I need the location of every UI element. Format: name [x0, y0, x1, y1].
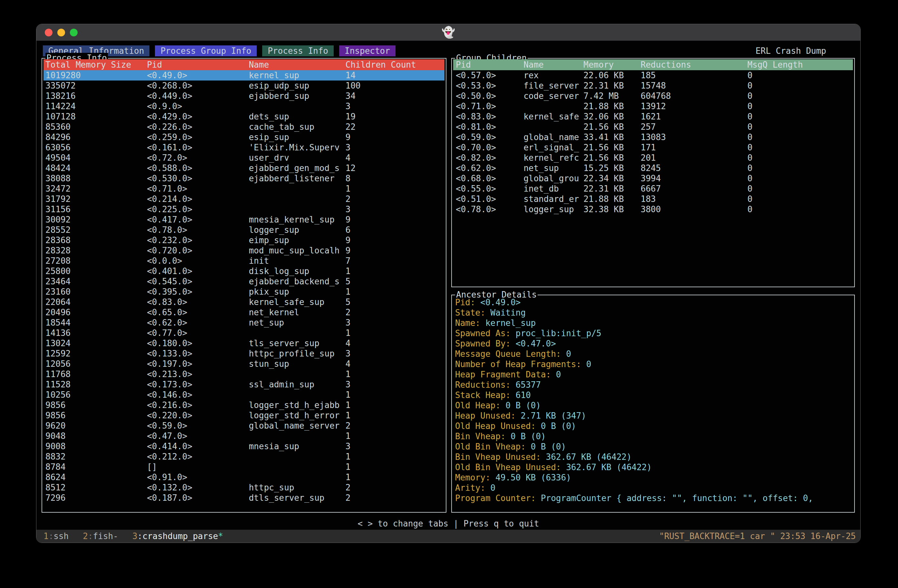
- process-row[interactable]: 138216<0.449.0>ejabberd_sup34: [43, 91, 444, 101]
- tmux-window-list: 1:ssh2:fish-3:crashdump_parse*: [43, 530, 237, 543]
- process-row[interactable]: 8624<0.91.0>1: [43, 472, 444, 482]
- process-row[interactable]: 13024<0.180.0>tls_server_sup4: [43, 338, 444, 349]
- process-row[interactable]: 84296<0.259.0>esip_sup9: [43, 132, 444, 142]
- minimize-window-button[interactable]: [57, 29, 65, 36]
- group-child-row-cell: 0: [747, 70, 752, 80]
- process-row-cell: 30092: [45, 215, 71, 225]
- process-row-cell: esip_udp_sup: [249, 80, 309, 91]
- group-child-row-cell: kernel_refc: [523, 153, 579, 163]
- process-row[interactable]: 10256<0.146.0>1: [43, 390, 444, 400]
- process-row-cell: 3: [345, 441, 351, 451]
- process-row[interactable]: 28368<0.232.0>eimp_sup9: [43, 235, 444, 246]
- process-row[interactable]: 12056<0.197.0>stun_sup4: [43, 359, 444, 369]
- close-window-button[interactable]: [45, 29, 52, 36]
- process-row[interactable]: 23464<0.545.0>ejabberd_backend_s5: [43, 276, 444, 287]
- ancestor-detail-value: proc_lib:init_p/5: [516, 329, 601, 338]
- process-row[interactable]: 8832<0.212.0>1: [43, 451, 444, 462]
- process-row[interactable]: 48424<0.588.0>ejabberd_gen_mod_s12: [43, 163, 444, 173]
- process-row[interactable]: 107128<0.429.0>dets_sup19: [43, 111, 444, 122]
- process-row-cell: <0.588.0>: [147, 163, 192, 173]
- process-row[interactable]: 335072<0.268.0>esip_udp_sup100: [43, 80, 444, 91]
- process-row[interactable]: 49504<0.72.0>user_drv4: [43, 153, 444, 163]
- group-child-row-cell: 3994: [641, 173, 661, 184]
- process-row[interactable]: 12592<0.133.0>httpc_profile_sup3: [43, 349, 444, 359]
- ancestor-detail-line: Old Bin Vheap Unused: 362.67 KB (46422): [455, 462, 852, 472]
- process-row[interactable]: 32472<0.71.0>1: [43, 184, 444, 194]
- tab-process-group-info[interactable]: Process Group Info: [155, 45, 257, 56]
- process-row-cell: 4: [345, 153, 351, 163]
- process-row[interactable]: 28328<0.720.0>mod_muc_sup_localh9: [43, 246, 444, 256]
- group-child-row[interactable]: <0.59.0>global_name33.41 KB130830: [453, 132, 853, 142]
- tab-process-info[interactable]: Process Info: [262, 45, 334, 56]
- process-row[interactable]: 14136<0.77.0>1: [43, 328, 444, 338]
- process-row-cell: pkix_sup: [249, 287, 289, 297]
- process-row[interactable]: 38088<0.530.0>ejabberd_listener8: [43, 173, 444, 184]
- ancestor-detail-line: Old Heap: 0 B (0): [455, 400, 852, 411]
- process-row[interactable]: 31156<0.225.0>3: [43, 204, 444, 215]
- process-row-cell: 100: [345, 80, 360, 91]
- process-row[interactable]: 1019280<0.49.0>kernel_sup14: [43, 70, 444, 80]
- process-row[interactable]: 9048<0.47.0>1: [43, 431, 444, 441]
- process-row[interactable]: 85360<0.226.0>cache_tab_sup22: [43, 122, 444, 132]
- process-row-cell: 9856: [45, 410, 66, 421]
- process-row-cell: <0.146.0>: [147, 390, 192, 400]
- process-row[interactable]: 27208<0.0.0>init7: [43, 256, 444, 266]
- ancestor-detail-label: Spawned By:: [455, 339, 516, 349]
- process-row[interactable]: 18544<0.62.0>net_sup3: [43, 318, 444, 328]
- process-row[interactable]: 9856<0.220.0>logger_std_h_error1: [43, 410, 444, 421]
- process-row[interactable]: 63056<0.161.0>'Elixir.Mix.Superv3: [43, 142, 444, 153]
- group-child-row[interactable]: <0.62.0>net_sup15.25 KB82450: [453, 163, 853, 173]
- process-row-cell: <0.212.0>: [147, 451, 192, 462]
- process-row[interactable]: 11768<0.213.0>1: [43, 369, 444, 379]
- process-row[interactable]: 22064<0.83.0>kernel_safe_sup5: [43, 297, 444, 307]
- group-child-row[interactable]: <0.83.0>kernel_safe32.06 KB16210: [453, 111, 853, 122]
- process-row[interactable]: 8512<0.132.0>httpc_sup2: [43, 482, 444, 493]
- group-child-row[interactable]: <0.51.0>standard_er21.88 KB1830: [453, 194, 853, 204]
- process-row[interactable]: 23160<0.395.0>pkix_sup1: [43, 287, 444, 297]
- process-row-cell: 28368: [45, 235, 71, 246]
- process-row-cell: ssl_admin_sup: [249, 379, 314, 390]
- tmux-window-fish[interactable]: 2:fish-: [83, 531, 118, 541]
- group-child-row[interactable]: <0.78.0>logger_sup32.38 KB38000: [453, 204, 853, 215]
- process-row[interactable]: 31792<0.214.0>2: [43, 194, 444, 204]
- tab-inspector[interactable]: Inspector: [339, 45, 395, 56]
- process-row[interactable]: 9008<0.414.0>mnesia_sup3: [43, 441, 444, 451]
- process-row-cell: mod_muc_sup_localh: [249, 246, 340, 256]
- window-titlebar[interactable]: 👻: [36, 24, 860, 41]
- process-row-cell: kernel_sup: [249, 70, 299, 80]
- group-child-row[interactable]: <0.82.0>kernel_refc21.56 KB2010: [453, 153, 853, 163]
- tmux-window-crashdump-parse[interactable]: 3:crashdump_parse*: [132, 531, 223, 541]
- process-row[interactable]: 28552<0.78.0>logger_sup6: [43, 225, 444, 235]
- group-child-row[interactable]: <0.70.0>erl_signal_21.56 KB1710: [453, 142, 853, 153]
- process-row[interactable]: 30092<0.417.0>mnesia_kernel_sup9: [43, 215, 444, 225]
- process-row-cell: <0.401.0>: [147, 266, 192, 276]
- group-child-row[interactable]: <0.53.0>file_server22.31 KB157480: [453, 80, 853, 91]
- process-row[interactable]: 25800<0.401.0>disk_log_sup1: [43, 266, 444, 276]
- group-child-row-cell: 0: [747, 101, 752, 111]
- group-child-row[interactable]: <0.55.0>inet_db22.31 KB66670: [453, 184, 853, 194]
- group-child-row-cell: <0.51.0>: [456, 194, 496, 204]
- ancestor-detail-label: Spawned As:: [455, 329, 516, 338]
- process-row[interactable]: 114224<0.9.0>3: [43, 101, 444, 111]
- process-row[interactable]: 9856<0.216.0>logger_std_h_ejabb1: [43, 400, 444, 410]
- group-child-row[interactable]: <0.50.0>code_server7.42 MB6047680: [453, 91, 853, 101]
- process-row-cell: <0.59.0>: [147, 421, 187, 431]
- process-row[interactable]: 20496<0.65.0>net_kernel2: [43, 307, 444, 318]
- process-row-cell: 8: [345, 173, 351, 184]
- process-row[interactable]: 8784[]1: [43, 462, 444, 472]
- process-row[interactable]: 7296<0.187.0>dtls_server_sup2: [43, 493, 444, 503]
- group-child-row-cell: code_server: [523, 91, 579, 101]
- group-child-row[interactable]: <0.68.0>global_grou22.34 KB39940: [453, 173, 853, 184]
- group-child-row[interactable]: <0.71.0>21.88 KB139120: [453, 101, 853, 111]
- process-row[interactable]: 11528<0.173.0>ssl_admin_sup3: [43, 379, 444, 390]
- ancestor-detail-label: Bin Vheap Unused:: [455, 452, 546, 462]
- tmux-window-ssh[interactable]: 1:ssh: [43, 531, 69, 541]
- process-row-cell: 27208: [45, 256, 71, 266]
- ancestor-detail-value: 0 B (0): [506, 401, 541, 410]
- fullscreen-window-button[interactable]: [70, 29, 78, 36]
- process-row[interactable]: 9620<0.59.0>global_name_server2: [43, 421, 444, 431]
- group-child-row[interactable]: <0.81.0>21.56 KB2570: [453, 122, 853, 132]
- process-row-cell: <0.49.0>: [147, 70, 187, 80]
- group-child-row[interactable]: <0.57.0>rex22.06 KB1850: [453, 70, 853, 80]
- ancestor-detail-label: State:: [455, 308, 491, 318]
